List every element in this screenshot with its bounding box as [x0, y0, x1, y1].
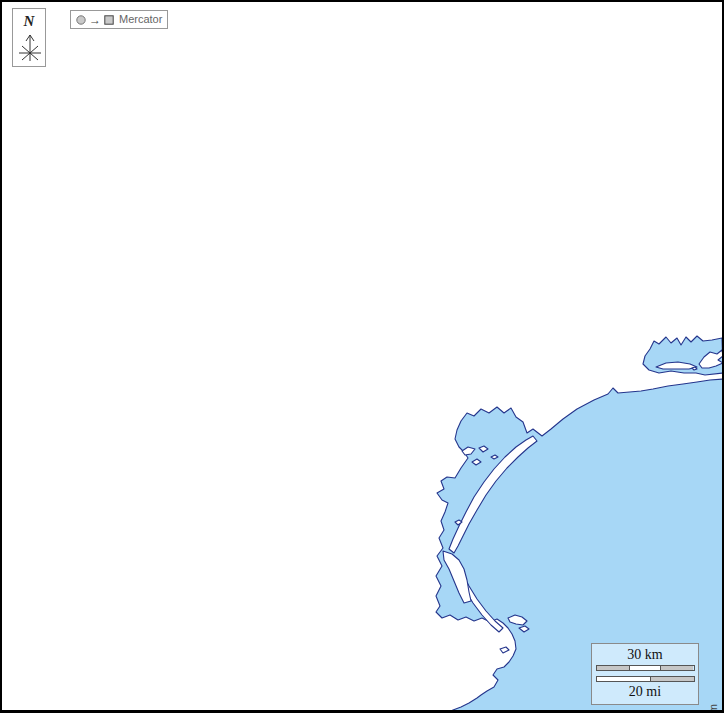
scale-mi-label: 20 mi: [629, 685, 661, 699]
copyright-notice: © d-maps.com: [707, 704, 720, 713]
projection-sphere-icon: [76, 15, 86, 25]
projection-indicator: → Mercator: [70, 10, 168, 29]
scale-segment: [597, 677, 651, 681]
compass-north-label: N: [13, 14, 45, 29]
scale-bar: 30 km 20 mi: [591, 643, 699, 705]
projection-label: Mercator: [117, 14, 162, 25]
projection-plane-icon: [104, 15, 114, 25]
island: [500, 647, 509, 653]
scale-segment: [661, 666, 693, 670]
scale-segment: [650, 677, 693, 681]
scale-segment: [629, 666, 661, 670]
compass-rose: N: [12, 8, 46, 67]
scale-bar-km: [596, 665, 695, 671]
projection-arrow-icon: →: [89, 14, 101, 26]
scale-km-label: 30 km: [627, 648, 662, 662]
compass-star-icon: [13, 30, 47, 64]
scale-segment: [597, 666, 629, 670]
map-canvas: [2, 2, 722, 710]
map-frame: N → Mercator 30 km: [0, 0, 724, 713]
scale-bar-mi: [596, 676, 695, 682]
